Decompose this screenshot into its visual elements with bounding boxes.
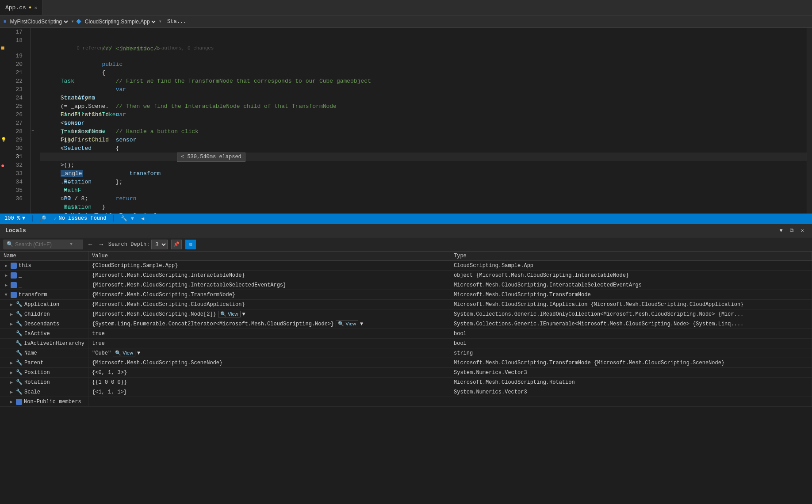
zoom-level[interactable]: 100 % ▼ <box>4 215 25 221</box>
search-dropdown-icon[interactable]: ▼ <box>70 242 73 247</box>
expand-arrow[interactable]: ▶ <box>9 389 14 395</box>
view-btn[interactable]: 🔍 View <box>336 321 358 327</box>
row-value: {CloudScripting.Sample.App} <box>88 261 450 270</box>
debug-tools[interactable]: 🔧 ▼ <box>121 215 134 222</box>
zoom-icon: 🔎 <box>40 215 46 222</box>
row-name[interactable]: ▶ 🔧 Rotation <box>0 378 88 387</box>
table-row: ▶ Non-Public members <box>0 397 812 407</box>
code-line-30: // Update the angle on each click <box>40 144 807 153</box>
code-editor[interactable]: /// <inheritdoc/> 0 references | 0 chang… <box>38 28 807 214</box>
lightbulb-icon: 💡 <box>1 137 6 142</box>
breadcrumb-sep2: ▾ <box>159 18 162 25</box>
row-name[interactable]: ▶ 🔧 Name <box>0 348 88 358</box>
code-line-17 <box>40 28 807 36</box>
row-name[interactable]: ▶ Non-Public members <box>0 397 88 406</box>
table-row: ▶ _ {Microsoft.Mesh.CloudScripting.Inter… <box>0 280 812 290</box>
expand-arrow[interactable]: ▶ <box>9 321 14 327</box>
view-btn[interactable]: 🔍 View <box>113 350 135 356</box>
row-name[interactable]: ▶ _ <box>0 280 88 290</box>
table-row: ▶ 🔧 Children {Microsoft.Mesh.CloudScript… <box>0 309 812 319</box>
obj-icon <box>11 272 17 279</box>
search-box[interactable]: 🔍 ▼ <box>4 240 83 249</box>
table-row: ▶ 🔧 IsActive true bool <box>0 329 812 339</box>
locals-float-btn[interactable]: ⧉ <box>787 226 796 235</box>
row-name-text: Children <box>24 311 50 317</box>
prop-icon: 🔧 <box>16 311 23 317</box>
code-line-18: /// <inheritdoc/> <box>40 36 807 45</box>
breadcrumb-bar: ■ MyFirstCloudScripting ▾ 🔷 CloudScripti… <box>0 15 812 28</box>
col-value: Value <box>88 252 450 260</box>
row-value <box>88 397 450 406</box>
pin-btn[interactable]: 📌 <box>171 240 182 249</box>
row-name[interactable]: ▶ 🔧 IsActiveInHierarchy <box>0 339 88 348</box>
obj-icon <box>11 263 17 269</box>
row-value: {Microsoft.Mesh.CloudScripting.Interacta… <box>88 271 450 280</box>
obj-icon <box>11 292 17 298</box>
code-line-29: { <box>40 136 807 144</box>
row-value: {System.Linq.Enumerable.Concat2Iterator<… <box>88 319 450 328</box>
row-value: {Microsoft.Mesh.CloudScripting.Node[2]} … <box>88 309 450 319</box>
row-name[interactable]: ▶ 🔧 Parent <box>0 358 88 367</box>
expand-arrow[interactable]: ▶ <box>4 273 9 278</box>
table-row: ▶ 🔧 Scale {<1, 1, 1>} System.Numerics.Ve… <box>0 387 812 397</box>
locals-panel: Locals ▼ ⧉ ✕ 🔍 ▼ ← → Search Depth: 3 1 2… <box>0 223 812 504</box>
search-input[interactable] <box>15 241 68 248</box>
row-type: Microsoft.Mesh.CloudScripting.TransformN… <box>450 290 812 299</box>
code-line-28: sensor .Selected += (_, _) => <box>40 127 807 136</box>
locals-collapse-btn[interactable]: ▼ <box>777 226 785 235</box>
table-row: ▶ 🔧 Parent {Microsoft.Mesh.CloudScriptin… <box>0 358 812 368</box>
expand-arrow[interactable]: ▶ <box>9 399 14 405</box>
collapse-19[interactable]: − <box>31 53 34 58</box>
expand-arrow[interactable]: ▶ <box>4 283 9 288</box>
nav-back-btn[interactable]: ← <box>87 241 94 248</box>
locals-title: Locals <box>5 227 26 234</box>
code-line-31: _angle += MathF .PI / 8; ≤ 530,540ms ela… <box>40 153 807 161</box>
collapse-28[interactable]: − <box>31 129 34 134</box>
row-name[interactable]: ▶ this <box>0 261 88 270</box>
expand-arrow[interactable]: ▶ <box>4 263 9 268</box>
code-line-27: // Handle a button click <box>40 119 807 127</box>
editor-scrollbar[interactable] <box>807 28 812 214</box>
grid-btn[interactable]: ⊞ <box>185 240 196 249</box>
row-value: true <box>88 339 450 348</box>
search-depth-select[interactable]: 3 1 2 4 5 <box>151 240 168 249</box>
tooltip-elapsed: ≤ 530,540ms elapsed <box>177 153 245 162</box>
row-name-text: IsActiveInHierarchy <box>24 340 84 347</box>
locals-close-btn[interactable]: ✕ <box>798 226 807 235</box>
code-line-19: public Task StartAsync ( CancellationTok… <box>40 52 807 60</box>
tab-close[interactable]: ✕ <box>34 5 37 11</box>
expand-arrow[interactable]: ▶ <box>4 292 9 298</box>
row-type: bool <box>450 339 812 348</box>
app-cs-tab[interactable]: App.cs ● ✕ <box>0 0 43 15</box>
nav-fwd-btn[interactable]: → <box>97 241 104 248</box>
row-name[interactable]: ▶ 🔧 Scale <box>0 387 88 397</box>
row-name[interactable]: ▶ 🔧 IsActive <box>0 329 88 338</box>
code-line-36: } <box>40 195 807 203</box>
table-row: ▶ this {CloudScripting.Sample.App} Cloud… <box>0 261 812 271</box>
line-numbers: 17 18 19 20 21 22 23 24 25 26 27 28 29 3… <box>9 28 31 214</box>
view-btn[interactable]: 🔍 View <box>218 311 241 317</box>
expand-arrow[interactable]: ▶ <box>9 360 14 366</box>
row-type: Microsoft.Mesh.CloudScripting.TransformN… <box>450 358 812 367</box>
code-line-33: }; <box>40 169 807 178</box>
tab-bar: App.cs ● ✕ <box>0 0 812 15</box>
row-type: bool <box>450 329 812 338</box>
row-name[interactable]: ▶ 🔧 Descendants <box>0 319 88 328</box>
breadcrumb-left-select[interactable]: MyFirstCloudScripting <box>8 18 69 25</box>
expand-arrow[interactable]: ▶ <box>9 302 14 307</box>
row-name[interactable]: ▶ 🔧 Children <box>0 309 88 319</box>
row-name[interactable]: ▶ transform <box>0 290 88 299</box>
col-type: Type <box>450 252 812 260</box>
expand-arrow[interactable]: ▶ <box>9 380 14 385</box>
expand-arrow[interactable]: ▶ <box>9 370 14 375</box>
code-line-25: var sensor = transform. FindFirstChild <… <box>40 102 807 111</box>
row-name[interactable]: ▶ _ <box>0 271 88 280</box>
expand-arrow[interactable]: ▶ <box>9 312 14 317</box>
code-line-32: transform .Rotation = new Rotation { X =… <box>40 161 807 169</box>
prop-icon: 🔧 <box>16 389 23 395</box>
breadcrumb-right-select[interactable]: CloudScripting.Sample.App <box>83 18 157 25</box>
row-name-text: Scale <box>24 389 40 395</box>
nav-left[interactable]: ◀ <box>141 215 144 222</box>
row-name[interactable]: ▶ 🔧 Position <box>0 368 88 377</box>
row-name[interactable]: ▶ 🔧 Application <box>0 300 88 309</box>
